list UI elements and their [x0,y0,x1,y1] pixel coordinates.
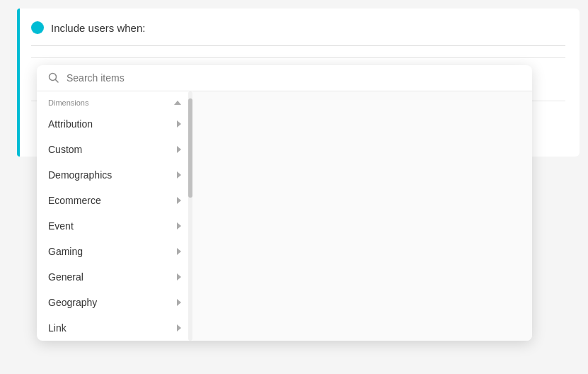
dimensions-label: Dimensions [48,98,88,107]
search-container [37,65,532,91]
menu-item-custom[interactable]: Custom [37,137,192,162]
chevron-right-icon [177,324,181,332]
menu-item-label: Gaming [48,246,83,257]
menu-item-ecommerce[interactable]: Ecommerce [37,188,192,213]
menu-item-label: Geography [48,297,97,308]
chevron-right-icon [177,146,181,153]
chevron-right-icon [177,273,181,280]
list-panel: Dimensions Attribution Custom Demographi… [37,91,192,341]
chevron-right-icon [177,171,181,178]
include-users-label: Include users when: [51,22,145,34]
teal-dot-icon [31,21,44,34]
search-icon [48,72,59,84]
chevron-right-icon [177,248,181,255]
menu-item-label: General [48,271,83,283]
menu-item-attribution[interactable]: Attribution [37,111,192,137]
separator-line [31,57,565,58]
include-users-row: Include users when: [31,21,565,46]
chevron-right-icon [177,120,181,128]
menu-item-demographics[interactable]: Demographics [37,162,192,188]
chevron-up-icon [174,101,181,105]
menu-item-label: Attribution [48,118,93,130]
menu-item-label: Demographics [48,169,112,181]
menu-item-event[interactable]: Event [37,213,192,239]
main-panel: Include users when: Dimensions [17,8,580,157]
right-content-area [192,91,532,341]
menu-item-label: Event [48,220,74,232]
menu-item-label: Link [48,322,67,334]
chevron-right-icon [177,222,181,230]
chevron-right-icon [177,197,181,204]
menu-item-general[interactable]: General [37,264,192,290]
menu-item-link[interactable]: Link [37,315,192,341]
page-container: Include users when: Dimensions [0,0,588,374]
dimensions-section-header: Dimensions [37,91,192,111]
svg-line-1 [56,80,59,83]
search-input[interactable] [67,72,521,84]
dropdown-panel: Dimensions Attribution Custom Demographi… [37,65,532,341]
scrollbar-track[interactable] [188,91,192,341]
chevron-right-icon [177,299,181,306]
left-accent [17,8,20,157]
menu-item-label: Custom [48,144,82,155]
menu-item-geography[interactable]: Geography [37,290,192,315]
dimensions-list: Dimensions Attribution Custom Demographi… [37,91,532,341]
scrollbar-thumb[interactable] [188,98,192,198]
menu-item-gaming[interactable]: Gaming [37,239,192,264]
menu-item-label: Ecommerce [48,195,101,206]
